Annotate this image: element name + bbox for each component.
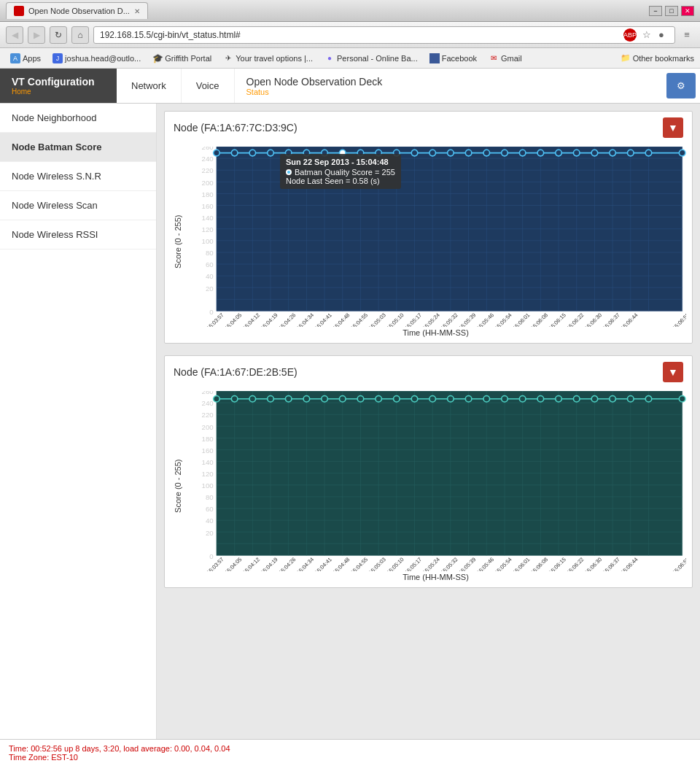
svg-text:180: 180 [202, 435, 214, 443]
svg-text:15:04:48: 15:04:48 [331, 556, 351, 571]
tab-close-button[interactable]: ✕ [134, 7, 140, 15]
chart2-header: Node (FA:1A:67:DE:2B:5E) ▼ [165, 356, 692, 388]
svg-point-42 [214, 150, 220, 156]
svg-text:15:05:32: 15:05:32 [440, 312, 459, 327]
chart2-wrap: Score (0 - 255) [171, 391, 686, 581]
svg-text:15:04:12: 15:04:12 [241, 556, 261, 571]
bookmark-joshua[interactable]: J joshua.head@outlo... [48, 52, 145, 65]
chart1-svg: 260 240 220 200 180 160 140 120 100 80 6 [185, 147, 686, 327]
adblock-icon: ABP [623, 28, 637, 42]
svg-text:15:06:30: 15:06:30 [583, 556, 603, 571]
sidebar-item-neighborhood[interactable]: Node Neighborhood [0, 104, 156, 133]
svg-text:15:06:08: 15:06:08 [529, 556, 549, 571]
joshua-favicon-icon: J [52, 53, 63, 63]
reload-button[interactable]: ↻ [50, 26, 67, 44]
facebook-favicon-icon: f [429, 53, 440, 63]
bookmark-star-icon[interactable]: ☆ [639, 28, 654, 42]
svg-point-171 [610, 395, 616, 402]
svg-point-45 [268, 150, 274, 156]
svg-text:160: 160 [202, 202, 214, 210]
svg-point-152 [268, 395, 274, 402]
svg-text:15:06:52: 15:06:52 [671, 556, 686, 571]
app-logo-title: VT Configuration [12, 76, 105, 88]
svg-text:15:04:26: 15:04:26 [277, 556, 297, 571]
svg-point-154 [303, 395, 310, 402]
bookmark-apps[interactable]: A Apps [6, 52, 45, 65]
chart2-x-axis-label: Time (HH-MM-SS) [185, 573, 686, 581]
chart1-inner: Sun 22 Sep 2013 - 15:04:48 Batman Qualit… [185, 147, 686, 337]
svg-point-49 [339, 150, 346, 156]
forward-button[interactable]: ▶ [28, 26, 45, 44]
svg-point-55 [448, 150, 454, 156]
browser-menu-icon[interactable]: ≡ [680, 28, 694, 42]
svg-point-150 [231, 395, 238, 402]
svg-point-65 [627, 150, 634, 156]
svg-point-53 [411, 150, 418, 156]
tab-title: Open Node Observation D... [28, 7, 130, 15]
tab-voice[interactable]: Voice [182, 69, 235, 103]
tab-network[interactable]: Network [117, 69, 182, 103]
address-text: 192.168.15.5/cgi-bin/vt_status.html# [100, 30, 623, 40]
svg-text:120: 120 [202, 470, 214, 478]
bookmark-facebook[interactable]: f Facebook [425, 52, 481, 65]
other-bookmarks[interactable]: 📁 Other bookmarks [621, 53, 694, 63]
svg-text:15:05:39: 15:05:39 [457, 312, 477, 327]
extension-icon[interactable]: ● [654, 28, 669, 42]
bookmark-travel[interactable]: ✈ Your travel options |... [219, 52, 317, 65]
griffith-favicon-icon: 🎓 [152, 53, 163, 63]
svg-text:15:06:22: 15:06:22 [565, 556, 585, 571]
active-tab[interactable]: Open Node Observation D... ✕ [6, 2, 148, 19]
svg-point-165 [502, 395, 508, 402]
svg-text:15:05:32: 15:05:32 [440, 556, 459, 571]
minimize-button[interactable]: − [649, 6, 662, 16]
maximize-button[interactable]: □ [665, 6, 678, 16]
chart1-title: Node (FA:1A:67:7C:D3:9C) [174, 122, 298, 134]
chart1-y-axis-label: Score (0 - 255) [171, 147, 185, 337]
chart1-container: Score (0 - 255) Sun 22 Sep 2013 - 15:04:… [165, 144, 692, 343]
svg-text:15:04:41: 15:04:41 [314, 556, 333, 571]
tab-strip: Open Node Observation D... ✕ [6, 2, 148, 19]
sidebar-item-wireless-scan[interactable]: Node Wireless Scan [0, 191, 156, 220]
svg-text:15:05:39: 15:05:39 [457, 556, 477, 571]
chart1-header: Node (FA:1A:67:7C:D3:9C) ▼ [165, 112, 692, 144]
svg-point-161 [429, 395, 436, 402]
chart2-expand-button[interactable]: ▼ [663, 362, 683, 382]
sidebar-scan-label: Node Wireless Scan [12, 200, 98, 211]
svg-point-167 [537, 395, 544, 402]
svg-text:15:06:22: 15:06:22 [565, 312, 585, 327]
chart2-container: Score (0 - 255) [165, 388, 692, 587]
svg-point-58 [502, 150, 508, 156]
svg-text:15:04:12: 15:04:12 [241, 312, 261, 327]
sidebar-item-snr[interactable]: Node Wireless S.N.R [0, 162, 156, 191]
bookmark-gmail[interactable]: ✉ Gmail [484, 52, 526, 65]
address-bar[interactable]: 192.168.15.5/cgi-bin/vt_status.html# ABP… [93, 26, 675, 44]
svg-text:15:03:57: 15:03:57 [206, 556, 225, 571]
svg-text:140: 140 [202, 214, 214, 222]
svg-text:15:05:17: 15:05:17 [403, 312, 423, 327]
bookmark-personal[interactable]: ● Personal - Online Ba... [320, 52, 422, 65]
sidebar-item-rssi[interactable]: Node Wireless RSSI [0, 220, 156, 249]
bookmark-travel-label: Your travel options |... [236, 54, 313, 63]
svg-point-63 [591, 150, 598, 156]
close-button[interactable]: ✕ [681, 6, 694, 16]
chart-card-2: Node (FA:1A:67:DE:2B:5E) ▼ Score (0 - 25… [164, 355, 693, 588]
svg-point-54 [429, 150, 436, 156]
content-area[interactable]: Node (FA:1A:67:7C:D3:9C) ▼ Score (0 - 25… [157, 104, 700, 739]
settings-button[interactable]: ⚙ [666, 73, 696, 98]
bookmark-griffith[interactable]: 🎓 Griffith Portal [148, 52, 216, 65]
svg-text:15:04:05: 15:04:05 [223, 312, 243, 327]
back-button[interactable]: ◀ [6, 26, 23, 44]
svg-point-43 [231, 150, 238, 156]
svg-text:160: 160 [202, 446, 214, 454]
svg-point-67 [679, 150, 685, 156]
svg-text:0: 0 [209, 552, 213, 560]
svg-text:15:06:52: 15:06:52 [671, 312, 686, 327]
sidebar-item-batman-score[interactable]: Node Batman Score [0, 133, 156, 162]
svg-text:15:04:34: 15:04:34 [295, 556, 315, 571]
svg-point-64 [610, 150, 616, 156]
home-button[interactable]: ⌂ [71, 26, 89, 44]
svg-text:15:06:30: 15:06:30 [583, 312, 603, 327]
svg-text:100: 100 [202, 481, 214, 490]
chart1-expand-button[interactable]: ▼ [663, 117, 683, 138]
svg-text:15:04:48: 15:04:48 [331, 312, 351, 327]
